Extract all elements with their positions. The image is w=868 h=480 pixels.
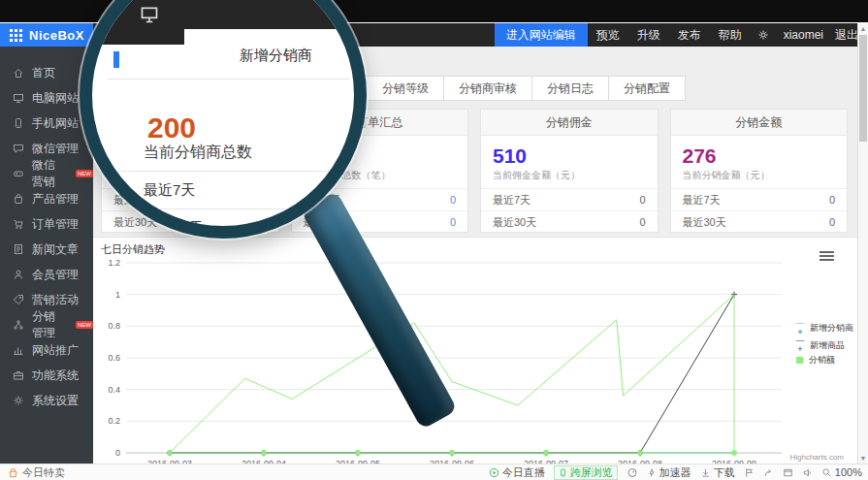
logo-text: NiceBoX xyxy=(29,28,84,43)
sidebar-item-products[interactable]: 产品管理 xyxy=(0,186,93,211)
grid-icon xyxy=(10,29,22,42)
scroll-down-arrow[interactable]: ▼ xyxy=(858,455,868,462)
booster[interactable]: 加速器 xyxy=(647,465,691,480)
sidebar-item-functions[interactable]: 功能系统 xyxy=(0,363,93,388)
sidebar-item-orders[interactable]: 订单管理 xyxy=(0,211,93,237)
new-badge: NEW xyxy=(76,321,93,329)
zoom-level[interactable]: 100% xyxy=(821,466,862,478)
speedometer-icon[interactable] xyxy=(627,466,638,478)
sidebar: 首页 电脑网站 手机网站 微信管理 微信营销NEW 产品管理 订单管理 新闻文章… xyxy=(0,47,93,464)
magnified-blue-indicator xyxy=(113,51,119,68)
legend-item[interactable]: —+新增商品 xyxy=(793,336,853,354)
card-row: 最近30天0 xyxy=(671,210,848,233)
card-distribution-amount: 分销金额 276 当前分销金额（元） 最近7天0 最近30天0 xyxy=(670,109,849,233)
card-value: 510 xyxy=(481,136,658,167)
sidebar-item-promotion[interactable]: 网站推广 xyxy=(0,337,93,363)
chart-credit[interactable]: Highcharts.com xyxy=(789,453,844,462)
tab-distribution-logs[interactable]: 分销日志 xyxy=(531,76,609,101)
svg-text:0.4: 0.4 xyxy=(108,385,120,395)
member-icon xyxy=(13,269,24,280)
magnified-card-value: 200 xyxy=(147,112,196,144)
svg-text:0.6: 0.6 xyxy=(108,353,120,363)
trend-chart: 00.20.40.60.811.22016-09-032016-09-04201… xyxy=(93,243,857,464)
sidebar-item-distribution[interactable]: 分销管理NEW xyxy=(0,312,93,337)
app-window: NiceBoX 进入网站编辑 预览 升级 发布 帮助 xiaomei 退出 首页… xyxy=(0,0,868,480)
network-icon xyxy=(13,319,24,331)
row-value-link[interactable]: 0 xyxy=(450,211,456,233)
magnified-topbar-edge xyxy=(92,29,184,45)
today-live[interactable]: 今日直播 xyxy=(489,465,545,480)
card-row: 最近7天0 xyxy=(671,189,848,210)
gift-bag-icon xyxy=(8,467,18,478)
gamepad-icon xyxy=(13,168,24,179)
tab-distribution-config[interactable]: 分销配置 xyxy=(608,76,686,101)
tab-distributor-review[interactable]: 分销商审核 xyxy=(443,76,532,101)
chart-legend: —●新增分销商—+新增商品分销额 xyxy=(793,319,853,367)
legend-item[interactable]: —●新增分销商 xyxy=(793,319,853,336)
card-label: 当前佣金金额（元） xyxy=(481,167,658,189)
new-badge: NEW xyxy=(76,170,93,177)
row-value-link[interactable]: 0 xyxy=(450,189,456,210)
menu-preview[interactable]: 预览 xyxy=(588,27,628,44)
magnified-desktop-icon xyxy=(139,5,160,24)
vertical-scrollbar[interactable]: ▲ ▼ xyxy=(857,23,868,464)
sidebar-item-mobile-site[interactable]: 手机网站 xyxy=(0,111,93,136)
username[interactable]: xiaomei xyxy=(776,28,831,42)
sidebar-item-settings[interactable]: 系统设置 xyxy=(0,388,93,413)
svg-text:0.2: 0.2 xyxy=(108,416,120,426)
menu-help[interactable]: 帮助 xyxy=(710,27,751,44)
article-icon xyxy=(13,243,24,255)
toolbox-icon xyxy=(13,369,24,381)
cart-icon xyxy=(13,218,24,230)
download[interactable]: 下载 xyxy=(700,465,735,480)
enter-site-editor-button[interactable]: 进入网站编辑 xyxy=(495,23,588,47)
svg-text:1.2: 1.2 xyxy=(108,258,120,268)
magnified-row-label: 最近7天 xyxy=(144,181,195,200)
magnified-card-label: 当前分销商总数 xyxy=(144,143,252,163)
svg-text:1: 1 xyxy=(115,290,120,300)
legend-item[interactable]: 分销额 xyxy=(793,354,853,367)
topbar-menu: 进入网站编辑 预览 升级 发布 帮助 xiaomei 退出 xyxy=(495,23,868,47)
sidebar-item-articles[interactable]: 新闻文章 xyxy=(0,237,93,262)
card-row: 最近30天0 xyxy=(481,210,658,233)
mobile-icon xyxy=(13,117,24,129)
chart-context-menu-icon[interactable] xyxy=(820,251,834,263)
card-title: 分销佣金 xyxy=(481,110,658,136)
svg-text:0: 0 xyxy=(115,448,120,458)
flag-icon[interactable] xyxy=(744,467,755,478)
magnified-topbar xyxy=(92,0,354,29)
speaker-icon[interactable] xyxy=(802,467,813,478)
home-icon xyxy=(13,67,24,79)
trend-chart-panel: 七日分销趋势 00.20.40.60.811.22016-09-032016-0… xyxy=(93,237,857,464)
tab-distribution-levels[interactable]: 分销等级 xyxy=(367,76,444,101)
cross-screen-browse[interactable]: 跨屏浏览 xyxy=(554,465,618,480)
app-logo[interactable]: NiceBoX xyxy=(0,23,93,47)
bag-icon xyxy=(13,193,24,205)
sidebar-item-wechat-marketing[interactable]: 微信营销NEW xyxy=(0,161,93,186)
status-right-tools: 今日直播 跨屏浏览 加速器 下载 xyxy=(489,465,868,480)
sidebar-item-members[interactable]: 会员管理 xyxy=(0,262,93,287)
scroll-up-arrow[interactable]: ▲ xyxy=(858,25,868,32)
menu-publish[interactable]: 发布 xyxy=(669,27,710,44)
card-title: 分销金额 xyxy=(671,110,848,136)
tag-icon xyxy=(13,294,24,305)
svg-text:0.8: 0.8 xyxy=(108,321,120,331)
scrollbar-thumb[interactable] xyxy=(859,35,867,142)
menu-upgrade[interactable]: 升级 xyxy=(628,27,669,44)
card-label: 当前分销金额（元） xyxy=(671,167,848,189)
card-commission: 分销佣金 510 当前佣金金额（元） 最近7天0 最近30天0 xyxy=(480,109,659,233)
settings-gear-icon[interactable] xyxy=(751,29,776,41)
wechat-icon xyxy=(13,143,24,154)
today-sale[interactable]: 今日特卖 xyxy=(0,465,65,480)
magnified-card-title: 新增分销商 xyxy=(240,47,312,65)
status-bar: 今日特卖 今日直播 跨屏浏览 加速器 下载 xyxy=(0,464,868,480)
card-value: 276 xyxy=(671,136,848,167)
card-row: 最近7天0 xyxy=(481,189,658,210)
share-icon[interactable] xyxy=(763,467,774,478)
barchart-icon xyxy=(13,344,24,356)
gear-icon xyxy=(13,395,24,406)
window-icon[interactable] xyxy=(783,467,793,478)
desktop-icon xyxy=(13,92,24,104)
